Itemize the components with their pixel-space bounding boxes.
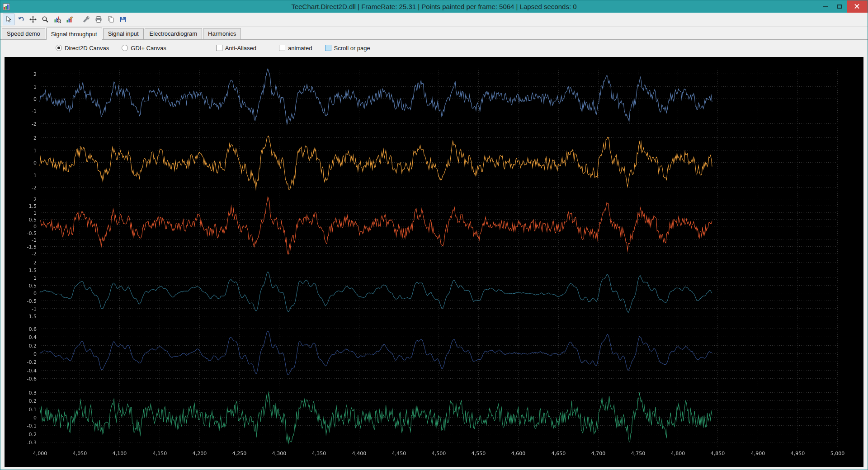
checkbox-highlight-icon bbox=[325, 45, 331, 51]
checkbox-anti-aliased[interactable]: Anti-Aliased bbox=[216, 45, 256, 52]
signal-chart[interactable] bbox=[5, 57, 863, 467]
toolbar bbox=[0, 13, 868, 27]
undo-icon bbox=[17, 16, 24, 23]
zoom-icon bbox=[42, 16, 49, 23]
pan-icon bbox=[29, 16, 37, 23]
checkbox-animated-label: animated bbox=[288, 45, 312, 52]
checkbox-icon bbox=[216, 45, 222, 51]
edit-chart-icon bbox=[66, 16, 73, 23]
app-window: TeeChart.Direct2D.dll | FrameRate: 25.31… bbox=[0, 0, 868, 470]
tab-signal-throughput[interactable]: Signal throughput bbox=[46, 28, 102, 40]
zoom-button[interactable] bbox=[39, 14, 51, 25]
close-button[interactable] bbox=[847, 0, 868, 13]
checkbox-anti-aliased-label: Anti-Aliased bbox=[225, 45, 256, 52]
checkbox-scroll-or-page[interactable]: Scroll or page bbox=[325, 45, 370, 52]
checkbox-scroll-or-page-label: Scroll or page bbox=[334, 45, 370, 52]
options-bar: Direct2D Canvas GDI+ Canvas Anti-Aliased… bbox=[0, 40, 868, 56]
maximize-button[interactable] bbox=[832, 0, 847, 13]
pointer-tool-button[interactable] bbox=[3, 14, 14, 25]
app-icon bbox=[3, 3, 11, 11]
tab-harmonics[interactable]: Harmonics bbox=[203, 28, 241, 39]
zoom-chart-button[interactable] bbox=[52, 14, 63, 25]
print-button[interactable] bbox=[93, 14, 104, 25]
tab-electrocardiogram[interactable]: Electrocardiogram bbox=[145, 28, 203, 39]
copy-button[interactable] bbox=[105, 14, 117, 25]
zoom-chart-icon bbox=[54, 16, 61, 23]
save-button[interactable] bbox=[117, 14, 129, 25]
radio-unchecked-icon bbox=[122, 45, 128, 51]
titlebar: TeeChart.Direct2D.dll | FrameRate: 25.31… bbox=[0, 0, 868, 13]
undo-button[interactable] bbox=[15, 14, 27, 25]
tab-signal-input[interactable]: Signal input bbox=[103, 28, 144, 39]
minimize-icon bbox=[823, 6, 828, 7]
radio-gdiplus-label: GDI+ Canvas bbox=[131, 45, 166, 52]
tools-button[interactable] bbox=[80, 14, 92, 25]
tab-strip: Speed demo Signal throughput Signal inpu… bbox=[0, 27, 868, 40]
print-icon bbox=[95, 16, 102, 23]
tools-icon bbox=[83, 16, 90, 23]
radio-direct2d-canvas[interactable]: Direct2D Canvas bbox=[56, 45, 109, 52]
maximize-icon bbox=[837, 5, 842, 9]
radio-gdiplus-canvas[interactable]: GDI+ Canvas bbox=[122, 45, 166, 52]
copy-icon bbox=[107, 16, 114, 23]
tab-speed-demo[interactable]: Speed demo bbox=[2, 28, 45, 39]
save-icon bbox=[119, 16, 127, 23]
pointer-icon bbox=[5, 16, 12, 23]
toolbar-separator bbox=[78, 15, 78, 24]
checkbox-animated[interactable]: animated bbox=[279, 45, 312, 52]
chart-panel bbox=[5, 57, 863, 467]
checkbox-icon bbox=[279, 45, 285, 51]
radio-direct2d-label: Direct2D Canvas bbox=[65, 45, 109, 52]
minimize-button[interactable] bbox=[818, 0, 832, 13]
window-title: TeeChart.Direct2D.dll | FrameRate: 25.31… bbox=[0, 3, 868, 10]
edit-chart-button[interactable] bbox=[64, 14, 75, 25]
window-controls bbox=[818, 0, 868, 13]
pan-button[interactable] bbox=[27, 14, 39, 25]
radio-checked-icon bbox=[56, 45, 62, 51]
